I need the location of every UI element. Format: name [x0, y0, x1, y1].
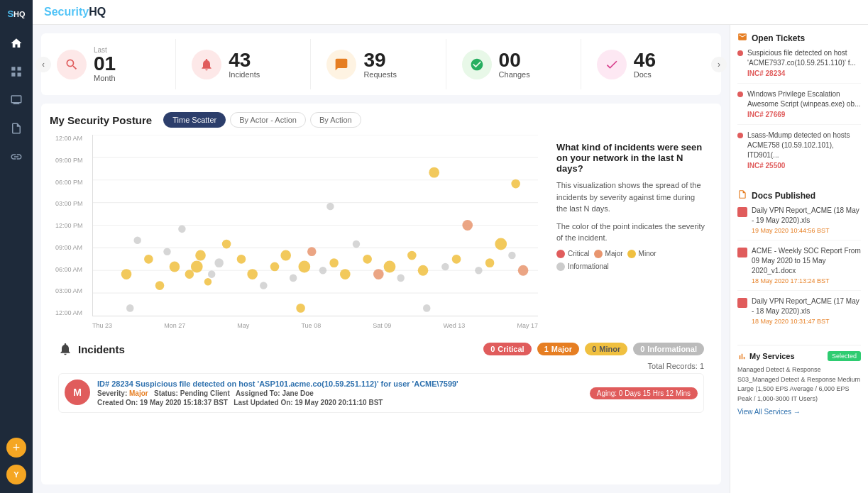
badge-critical: 0 Critical — [483, 343, 531, 355]
svg-point-44 — [485, 258, 495, 267]
svg-point-40 — [441, 263, 449, 271]
svg-point-31 — [340, 269, 351, 279]
svg-point-18 — [222, 240, 231, 249]
ticket-item-3: Lsass-Mdump detected on hosts ACME758 (1… — [737, 131, 861, 175]
total-records: Total Records: 1 — [58, 362, 704, 370]
services-header: My Services Selected — [737, 351, 861, 361]
stats-nav-left[interactable]: ‹ — [35, 57, 51, 72]
legend-minor: Minor — [627, 250, 657, 258]
selected-button[interactable]: Selected — [828, 351, 861, 361]
incidents-title: Incidents — [78, 343, 125, 355]
svg-point-43 — [475, 267, 482, 275]
my-services-section: My Services Selected Managed Detect & Re… — [737, 345, 861, 416]
ticket-dot-3 — [737, 133, 743, 138]
svg-point-52 — [178, 226, 185, 233]
incident-meta-row1: Severity: Major Status: Pending Client A… — [97, 389, 583, 397]
ticket-link-1[interactable]: INC# 28234 — [747, 70, 861, 77]
svg-point-9 — [144, 255, 153, 264]
scatter-info-text2: The color of the point indicates the sev… — [556, 221, 705, 244]
user-button[interactable]: Y — [6, 465, 26, 484]
legend-dot-major — [594, 250, 603, 258]
stat-text-incidents: 43 Incidents — [229, 50, 260, 79]
svg-point-45 — [495, 238, 507, 250]
stat-card-incidents: 43 Incidents — [182, 39, 311, 89]
badge-info: 0 Informational — [633, 343, 704, 355]
scatter-y-labels: 12:00 AM 09:00 PM 06:00 PM 03:00 PM 12:0… — [55, 135, 83, 316]
doc-text-1: Daily VPN Report_ACME (18 May - 19 May 2… — [752, 206, 861, 226]
svg-point-28 — [307, 247, 317, 256]
topbar: SecuritySecurityHQHQ — [33, 0, 868, 25]
tab-by-action[interactable]: By Action — [310, 112, 361, 128]
app-title: SecuritySecurityHQHQ — [44, 6, 106, 18]
svg-point-38 — [418, 265, 429, 276]
sidebar-item-home[interactable] — [9, 35, 24, 51]
svg-point-26 — [290, 275, 297, 282]
incident-row: M ID# 28234 Suspicious file detected on … — [58, 373, 704, 413]
svg-point-15 — [195, 250, 206, 261]
svg-point-51 — [511, 179, 520, 189]
incidents-header: Incidents 0 Critical 1 Major — [58, 342, 704, 356]
doc-text-2: ACME - Weekly SOC Report From 09 May 202… — [752, 246, 861, 276]
ticket-link-2[interactable]: INC# 27669 — [747, 111, 861, 118]
add-button[interactable]: + — [6, 438, 26, 458]
stat-icon-docs — [597, 50, 627, 79]
right-panel: Open Tickets Suspicious file detected on… — [730, 25, 868, 493]
tab-group: Time Scatter By Actor - Action By Action — [163, 112, 361, 128]
ticket-link-3[interactable]: INC# 25500 — [747, 162, 861, 170]
svg-point-20 — [208, 270, 215, 278]
legend-dot-info — [556, 262, 565, 271]
svg-point-10 — [133, 236, 141, 244]
sidebar-bottom: + Y — [6, 438, 26, 484]
posture-header: My Security Posture Time Scatter By Acto… — [50, 112, 713, 128]
svg-point-37 — [407, 251, 417, 260]
legend-major: Major — [594, 250, 623, 258]
scatter-chart-wrapper: 12:00 AM 09:00 PM 06:00 PM 03:00 PM 12:0… — [92, 135, 538, 316]
stat-card-docs: 46 Docs — [587, 39, 715, 89]
legend-info: Informational — [556, 262, 609, 271]
stat-text-changes: 00 Changes — [499, 50, 530, 79]
legend: Critical Major Minor — [556, 250, 705, 271]
stats-nav-right[interactable]: › — [711, 57, 727, 72]
svg-point-12 — [170, 262, 180, 272]
sidebar-item-grid[interactable] — [9, 64, 24, 79]
center-panel: ‹ Last 01 Month 43 — [33, 25, 730, 493]
svg-point-19 — [191, 260, 203, 272]
ticket-text-1: Suspicious file detected on host 'ACME79… — [747, 48, 861, 68]
incidents-section: Incidents 0 Critical 1 Major — [50, 333, 713, 421]
stat-icon-changes — [462, 50, 492, 79]
open-tickets-section: Open Tickets Suspicious file detected on… — [737, 32, 861, 181]
scatter-x-labels: Thu 23 Mon 27 May Tue 08 Sat 09 Wed 13 M… — [92, 322, 538, 329]
doc-icon-3 — [737, 298, 747, 308]
stat-text-docs: 46 Docs — [634, 50, 656, 79]
sidebar-item-link[interactable] — [9, 149, 24, 165]
view-all-services-link[interactable]: View All Services → — [737, 408, 861, 416]
svg-point-25 — [280, 250, 291, 261]
main-content: SecuritySecurityHQHQ ‹ Last 01 Month — [33, 0, 868, 493]
docs-icon — [737, 189, 747, 201]
incident-id[interactable]: ID# 28234 Suspicious file detected on ho… — [97, 380, 583, 388]
tab-time-scatter[interactable]: Time Scatter — [163, 112, 226, 128]
ticket-item-1: Suspicious file detected on host 'ACME79… — [737, 48, 861, 84]
legend-critical: Critical — [556, 250, 590, 258]
scatter-info: What kind of incidents were seen on your… — [549, 135, 713, 333]
content-area: ‹ Last 01 Month 43 — [33, 25, 868, 493]
svg-point-34 — [373, 269, 384, 279]
svg-point-13 — [163, 248, 170, 255]
tickets-icon — [737, 32, 747, 44]
ticket-text-2: Windows Privilege Escalation Awesome Scr… — [747, 89, 861, 109]
ticket-text-3: Lsass-Mdump detected on hosts ACME758 (1… — [747, 131, 861, 160]
doc-date-1: 19 May 2020 10:44:56 BST — [752, 227, 861, 234]
svg-point-36 — [397, 275, 404, 282]
svg-point-21 — [237, 255, 246, 264]
badge-minor: 0 Minor — [585, 343, 627, 355]
sidebar-item-file[interactable] — [9, 121, 24, 136]
svg-point-48 — [126, 304, 133, 312]
tab-by-actor-action[interactable]: By Actor - Action — [230, 112, 306, 128]
sidebar-item-monitor[interactable] — [9, 92, 24, 108]
svg-point-50 — [423, 304, 430, 312]
svg-point-41 — [452, 255, 461, 264]
stat-card-requests: 39 Requests — [317, 39, 446, 89]
docs-published-section: Docs Published Daily VPN Report_ACME (18… — [737, 189, 861, 336]
service-description: Managed Detect & Response S03_Managed De… — [737, 365, 861, 404]
svg-point-49 — [296, 304, 305, 313]
